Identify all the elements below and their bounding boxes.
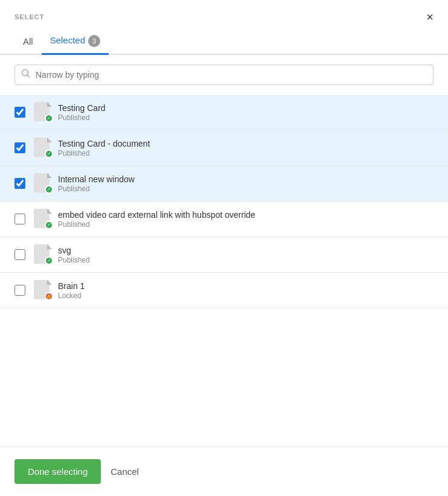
list-item[interactable]: ✓ Testing Card - documentPublished [0, 130, 448, 166]
list-item[interactable]: ✓ embed video card external link with hu… [0, 202, 448, 237]
item-name: svg [58, 246, 90, 255]
item-name: embed video card external link with hubs… [58, 210, 255, 220]
close-button[interactable]: × [426, 11, 434, 23]
modal-title: SELECT [14, 13, 44, 21]
file-icon: ✓ [34, 102, 52, 122]
footer: Done selecting Cancel [0, 447, 448, 496]
cancel-button[interactable]: Cancel [110, 466, 139, 477]
item-name: Testing Card - document [58, 139, 150, 148]
file-icon: ✓ [34, 138, 52, 158]
item-checkbox[interactable] [14, 249, 25, 260]
item-info: Testing Card - documentPublished [58, 139, 150, 157]
item-info: svgPublished [58, 246, 90, 264]
select-modal: SELECT × AllSelected3 ✓ Testing CardPubl… [0, 0, 448, 496]
item-info: Testing CardPublished [58, 103, 106, 122]
item-status: Published [58, 256, 90, 264]
search-bar [14, 65, 434, 85]
list-item[interactable]: ✓ svgPublished [0, 237, 448, 273]
item-info: Brain 1Locked [58, 281, 85, 300]
tab-all[interactable]: All [14, 29, 42, 55]
item-status: Published [58, 220, 255, 229]
item-name: Testing Card [58, 103, 106, 113]
item-status: Published [58, 113, 106, 122]
item-name: Internal new window [58, 174, 135, 184]
item-checkbox[interactable] [14, 178, 25, 189]
item-checkbox[interactable] [14, 214, 25, 224]
file-icon: ✓ [34, 244, 52, 265]
file-icon: ✓ [34, 173, 52, 194]
modal-header: SELECT × [0, 0, 448, 29]
item-info: embed video card external link with hubs… [58, 210, 255, 229]
list-item[interactable]: ✓ Internal new windowPublished [0, 166, 448, 202]
list-item[interactable]: ✓ Testing CardPublished [0, 95, 448, 130]
item-info: Internal new windowPublished [58, 174, 135, 193]
item-checkbox[interactable] [14, 285, 25, 296]
item-checkbox[interactable] [14, 107, 25, 118]
item-list: ✓ Testing CardPublished ✓ Testing Card -… [0, 95, 448, 447]
tab-selected[interactable]: Selected3 [42, 29, 109, 55]
search-icon [21, 69, 31, 81]
item-status: Published [58, 185, 135, 193]
item-name: Brain 1 [58, 281, 85, 291]
file-icon: 🔒 [34, 280, 52, 300]
list-item[interactable]: 🔒 Brain 1Locked [0, 273, 448, 308]
search-input[interactable] [36, 70, 427, 80]
item-checkbox[interactable] [14, 142, 25, 153]
file-icon: ✓ [34, 209, 52, 229]
svg-line-1 [28, 75, 30, 78]
item-status: Locked [58, 291, 85, 300]
tab-bar: AllSelected3 [0, 29, 448, 55]
item-status: Published [58, 149, 150, 157]
done-selecting-button[interactable]: Done selecting [14, 459, 101, 484]
